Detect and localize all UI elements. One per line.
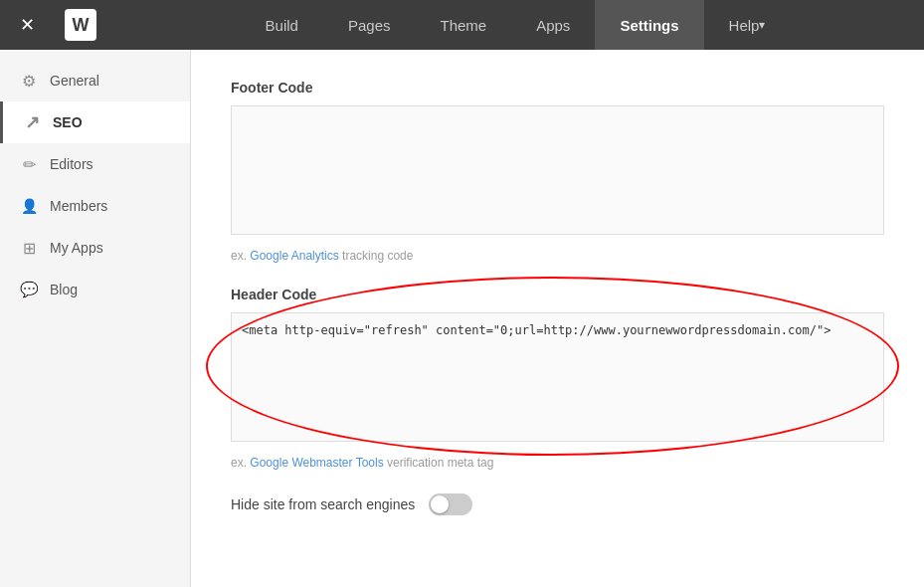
- google-analytics-link[interactable]: Google Analytics: [250, 249, 338, 263]
- hide-site-row: Hide site from search engines: [231, 493, 884, 515]
- nav-build[interactable]: Build: [241, 0, 323, 50]
- header-code-textarea[interactable]: [231, 312, 884, 442]
- google-webmaster-link[interactable]: Google Webmaster Tools: [250, 456, 383, 470]
- close-button[interactable]: ✕: [10, 14, 45, 36]
- sidebar-label-seo: SEO: [53, 114, 83, 130]
- header-hint-prefix: ex.: [231, 456, 247, 470]
- hide-site-toggle[interactable]: [429, 493, 472, 515]
- header-hint-suffix: verification meta tag: [384, 456, 494, 470]
- sidebar-label-editors: Editors: [50, 156, 93, 172]
- logo: W: [65, 9, 96, 41]
- sidebar-item-seo[interactable]: ↗ SEO: [0, 101, 190, 143]
- nav-theme[interactable]: Theme: [415, 0, 511, 50]
- members-icon: 👤: [20, 197, 38, 215]
- sidebar-label-blog: Blog: [50, 282, 78, 297]
- nav-settings[interactable]: Settings: [595, 0, 703, 50]
- nav-pages[interactable]: Pages: [323, 0, 416, 50]
- nav-help[interactable]: Help: [704, 0, 791, 50]
- sidebar-label-my-apps: My Apps: [50, 240, 103, 256]
- header-code-section: Header Code: [231, 287, 884, 446]
- sidebar: ⚙ General ↗ SEO ✏ Editors 👤 Members ⊞ My…: [0, 50, 191, 587]
- footer-code-textarea[interactable]: [231, 105, 884, 235]
- sidebar-label-general: General: [50, 73, 99, 89]
- sidebar-item-members[interactable]: 👤 Members: [0, 185, 190, 227]
- toggle-knob: [431, 495, 449, 513]
- footer-code-label: Footer Code: [231, 80, 884, 96]
- header-code-label: Header Code: [231, 287, 884, 302]
- footer-code-section: Footer Code: [231, 80, 884, 239]
- main-content: Footer Code ex. Google Analytics trackin…: [191, 50, 924, 587]
- blog-icon: 💬: [20, 281, 38, 298]
- top-nav: ✕ W Build Pages Theme Apps Settings Help: [0, 0, 924, 50]
- sidebar-label-members: Members: [50, 198, 107, 214]
- gear-icon: ⚙: [20, 72, 38, 90]
- main-layout: ⚙ General ↗ SEO ✏ Editors 👤 Members ⊞ My…: [0, 50, 924, 587]
- hide-site-label: Hide site from search engines: [231, 496, 415, 512]
- header-code-hint: ex. Google Webmaster Tools verification …: [231, 456, 884, 470]
- sidebar-item-my-apps[interactable]: ⊞ My Apps: [0, 227, 190, 269]
- sidebar-item-general[interactable]: ⚙ General: [0, 60, 190, 101]
- footer-hint-prefix: ex.: [231, 249, 247, 263]
- edit-icon: ✏: [20, 155, 38, 173]
- footer-hint-suffix: tracking code: [339, 249, 414, 263]
- seo-icon: ↗: [23, 113, 41, 131]
- logo-icon: W: [65, 9, 96, 41]
- nav-links: Build Pages Theme Apps Settings Help: [116, 0, 914, 50]
- nav-apps[interactable]: Apps: [511, 0, 595, 50]
- sidebar-item-editors[interactable]: ✏ Editors: [0, 143, 190, 185]
- sidebar-item-blog[interactable]: 💬 Blog: [0, 269, 190, 310]
- footer-code-hint: ex. Google Analytics tracking code: [231, 249, 884, 263]
- apps-icon: ⊞: [20, 239, 38, 257]
